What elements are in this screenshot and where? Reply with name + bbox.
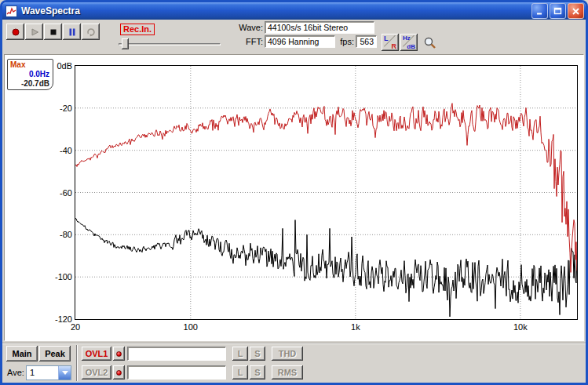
input-level-slider[interactable] xyxy=(119,38,221,50)
ovl1-save-button[interactable]: S xyxy=(250,347,265,361)
fps-value-box: 563 xyxy=(356,35,377,48)
x-axis-tick-label: 20 xyxy=(60,322,91,332)
toolbar: Rec.In. Wave: 44100s/s 16bit Stereo FFT:… xyxy=(2,20,586,54)
wave-info-box: 44100s/s 16bit Stereo xyxy=(265,21,374,34)
window-title: WaveSpectra xyxy=(21,5,530,16)
close-button[interactable] xyxy=(568,3,584,19)
ovl2-load-button[interactable]: L xyxy=(232,365,248,380)
slider-thumb[interactable] xyxy=(122,38,129,49)
db-scale-label: dB xyxy=(407,43,415,50)
max-frequency-value: 0.0Hz xyxy=(10,70,49,79)
minimize-button[interactable] xyxy=(531,3,548,19)
zoom-settings-button[interactable] xyxy=(421,34,438,51)
max-level-value: -20.7dB xyxy=(10,79,49,89)
rms-button[interactable]: RMS xyxy=(272,365,303,380)
y-axis-tick-label: -40 xyxy=(35,146,72,155)
x-axis-tick-label: 10k xyxy=(505,322,536,332)
app-icon xyxy=(5,5,17,17)
play-icon xyxy=(30,27,39,37)
ovl1-load-button[interactable]: L xyxy=(232,347,248,361)
ovl2-led-icon xyxy=(116,370,122,376)
right-channel-letter: R xyxy=(392,42,397,50)
repeat-icon xyxy=(86,27,97,37)
hz-db-scale-button[interactable]: Hz dB xyxy=(400,34,418,51)
ovl1-led-icon xyxy=(116,351,122,357)
y-axis-tick-label: -60 xyxy=(35,188,72,198)
spectrum-chart-panel: Max 0.0Hz -20.7dB 0dB-20-40-60-80-100-12… xyxy=(4,54,584,341)
fps-label: fps: xyxy=(320,37,354,46)
main-view-button[interactable]: Main xyxy=(6,346,38,361)
ovl2-button[interactable]: OVL2 xyxy=(82,365,111,380)
ovl2-file-field[interactable] xyxy=(127,365,226,380)
y-axis-tick-label: 0dB xyxy=(35,61,72,71)
ovl1-led-button[interactable] xyxy=(113,347,125,361)
record-button[interactable] xyxy=(6,24,24,40)
wave-label: Wave: xyxy=(228,23,263,32)
average-count-value: 1 xyxy=(30,368,35,377)
panel-separator xyxy=(76,345,78,381)
fft-label: FFT: xyxy=(228,37,263,46)
y-axis-tick-label: -80 xyxy=(35,230,72,239)
plot-frame xyxy=(75,65,578,320)
magnifier-icon xyxy=(423,36,436,49)
y-axis-tick-label: -20 xyxy=(35,104,72,113)
bottom-control-panel: Main Peak OVL1 L S THD Ave: 1 OVL2 L S R… xyxy=(2,343,586,383)
repeat-button[interactable] xyxy=(82,24,100,40)
pause-button[interactable] xyxy=(63,24,81,40)
ovl2-led-button[interactable] xyxy=(113,365,125,380)
maximize-button[interactable] xyxy=(550,3,566,19)
title-bar[interactable]: WaveSpectra xyxy=(2,2,586,20)
ovl1-file-field[interactable] xyxy=(127,347,226,361)
wavespectra-window: WaveSpectra Rec.In. xyxy=(0,0,588,385)
combobox-drop-button[interactable] xyxy=(58,366,71,380)
stop-button[interactable] xyxy=(44,24,62,40)
average-label: Ave: xyxy=(7,368,24,377)
x-axis-tick-label: 100 xyxy=(175,322,206,332)
ovl2-save-button[interactable]: S xyxy=(250,365,265,380)
stop-icon xyxy=(49,27,58,37)
x-axis-tick-label: 1k xyxy=(340,322,371,332)
peak-view-button[interactable]: Peak xyxy=(39,346,71,361)
rec-in-indicator: Rec.In. xyxy=(120,24,155,35)
play-button[interactable] xyxy=(25,24,43,40)
y-axis-tick-label: -100 xyxy=(35,272,72,281)
chevron-down-icon xyxy=(62,371,68,375)
average-count-combobox[interactable]: 1 xyxy=(26,365,71,380)
ovl1-button[interactable]: OVL1 xyxy=(82,347,111,361)
pause-icon xyxy=(68,27,77,37)
record-icon xyxy=(11,27,20,37)
spectrum-plot xyxy=(75,66,577,319)
thd-button[interactable]: THD xyxy=(272,347,303,361)
slider-groove[interactable] xyxy=(119,43,221,45)
lr-channel-button[interactable]: L R xyxy=(382,34,399,51)
